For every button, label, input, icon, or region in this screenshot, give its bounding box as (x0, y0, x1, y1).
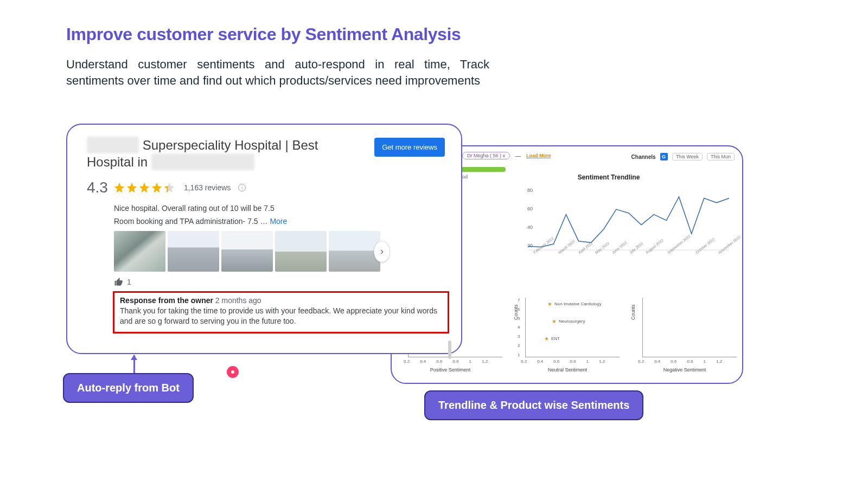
owner-response-box: Response from the owner 2 months ago Tha… (113, 291, 449, 333)
page-subtitle: Understand customer sentiments and auto-… (66, 56, 489, 88)
date-range-week[interactable]: This Week (672, 153, 703, 160)
chat-bubble-icon[interactable] (227, 366, 239, 378)
review-text: Nice hospital. Overall rating out of 10 … (114, 204, 445, 226)
like-count: 1 (127, 278, 131, 286)
review-photo[interactable] (114, 231, 165, 272)
negative-sentiment-chart: Counts 0.20.40.60.811.2 Negative Sentime… (630, 296, 739, 371)
scrollbar-thumb[interactable] (448, 341, 451, 359)
load-more-link[interactable]: Load More (526, 153, 551, 158)
redacted-name: XXXXXX (87, 137, 139, 153)
rating-value: 4.3 (87, 179, 108, 196)
business-title: XXXXXX Superspeciality Hospital | Best H… (87, 137, 318, 170)
star-rating-icon (113, 182, 175, 194)
title-suffix-1: Superspeciality Hospital | Best (139, 138, 318, 152)
google-review-card: XXXXXX Superspeciality Hospital | Best H… (66, 124, 462, 354)
thumb-up-icon (114, 277, 124, 287)
trend-x-labels: February 2022March 2022April 2022May 202… (534, 251, 732, 255)
review-photo[interactable] (168, 231, 219, 272)
review-photo[interactable] (221, 231, 273, 272)
review-line-2: Room booking and TPA administration- 7.5… (114, 217, 270, 226)
rating-row: 4.3 1,163 reviews i (87, 179, 445, 196)
title-prefix-2: Hospital in (87, 155, 151, 169)
trendline-title: Sentiment Trendline (527, 174, 690, 181)
channels-label: Channels (631, 154, 656, 160)
review-line-1: Nice hospital. Overall rating out of 10 … (114, 204, 445, 213)
date-range-month[interactable]: This Mon (707, 153, 735, 160)
neutral-sentiment-chart: Counts 7654321 ★Non Invasive Cardiology … (513, 296, 622, 371)
auto-reply-callout: Auto-reply from Bot (63, 373, 194, 403)
reviews-count: 1,163 reviews (184, 183, 231, 192)
review-photo[interactable] (329, 231, 380, 272)
page-title: Improve customer service by Sentiment An… (66, 24, 868, 44)
photo-strip: › (114, 231, 445, 272)
photo-next-button[interactable]: › (374, 241, 390, 262)
google-channel-icon[interactable]: G (660, 153, 668, 160)
arrow-up-icon (133, 355, 135, 375)
filter-pill[interactable]: Dr Megha ( 56 ) x (462, 152, 510, 159)
get-more-reviews-button[interactable]: Get more reviews (374, 138, 445, 157)
owner-response-time: 2 months ago (215, 296, 261, 305)
more-link[interactable]: More (270, 217, 287, 226)
close-icon[interactable]: x (503, 153, 506, 158)
owner-response-text: Thank you for taking the time to provide… (120, 306, 442, 326)
review-photo[interactable] (275, 231, 327, 272)
info-icon[interactable]: i (238, 184, 246, 191)
owner-response-label: Response from the owner (120, 296, 213, 305)
like-row[interactable]: 1 (114, 277, 445, 287)
partial-bar-chart: ood (459, 167, 508, 179)
trendline-callout: Trendline & Product wise Sentiments (424, 390, 643, 420)
redacted-city: XXXXXXXXXXXX (151, 153, 254, 170)
